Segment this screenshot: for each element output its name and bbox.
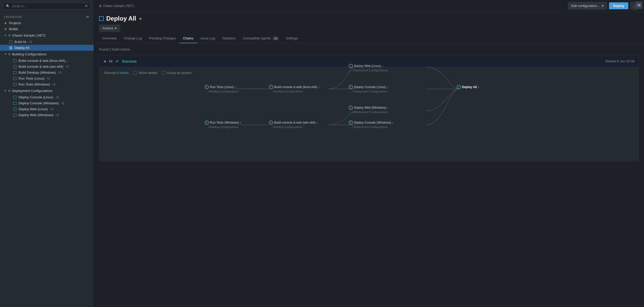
node-build-linux: ✓ Build console & web (linux-x64) ↓ ... … <box>269 85 320 93</box>
chevron-down-icon: ▾ <box>115 26 117 30</box>
deployment-configs-header[interactable]: ▼ ⊞ Deployment Configurations <box>0 87 94 94</box>
build-config-icon <box>13 59 16 62</box>
success-check-icon: ✓ <box>349 106 353 110</box>
sidebar-item-bc5[interactable]: Run Tests (Windows) +2 <box>0 81 94 87</box>
node-deploy-web-windows: ✓ Deploy Web (Windows) ↓ ... / Deploymen… <box>349 106 388 114</box>
node-build-linux-title[interactable]: ✓ Build console & web (linux-x64) ↓ <box>269 85 320 89</box>
build-config-icon <box>13 83 16 86</box>
top-actions: Edit configuration... ▾ Deploy ... <box>568 2 639 10</box>
deploy-button[interactable]: Deploy <box>609 2 628 9</box>
node-deploy-console-linux: ✓ Deploy Console (Linux) ↓ ... / Deploym… <box>349 85 388 93</box>
tab-statistics[interactable]: Statistics <box>219 34 239 43</box>
node-deploy-web-windows-title[interactable]: ✓ Deploy Web (Windows) ↓ <box>349 106 388 110</box>
node-build-windows: ✓ Build console & web (win-x64) ↓ ... / … <box>269 121 318 129</box>
sidebar-item-deploy-all[interactable]: Deploy All <box>0 45 94 51</box>
reused-count-link[interactable]: 6 builds <box>117 71 128 75</box>
node-deploy-console-windows: ✓ Deploy Console (Windows) ↓ ... / Deplo… <box>349 121 393 129</box>
success-icon: ✔ <box>115 59 119 64</box>
search-icon: 🔍 <box>6 4 10 8</box>
sidebar-item-projects[interactable]: ★ Projects <box>0 20 94 26</box>
sidebar-item-builds[interactable]: ★ Builds <box>0 26 94 32</box>
search-input-wrap[interactable]: 🔍 ⌘ <box>3 3 91 10</box>
sidebar-item-dc2[interactable]: Deploy Console (Windows) +2 <box>0 100 94 106</box>
node-deploy-console-linux-title[interactable]: ✓ Deploy Console (Linux) ↓ <box>349 85 388 89</box>
sidebar-item-dc3[interactable]: Deploy Web (Linux) +2 <box>0 106 94 112</box>
tab-pending[interactable]: Pending Changes <box>146 34 179 43</box>
deploy-config-icon <box>13 102 16 105</box>
node-run-tests-windows: ✓ Run Tests (Windows) ↓ ... / Building C… <box>205 121 241 129</box>
chain-started: Started 6 Jun 20:36 <box>605 59 634 63</box>
node-deploy-all-title[interactable]: ✓ Deploy All ↓ <box>457 85 479 89</box>
tab-overview[interactable]: Overview <box>99 34 120 43</box>
node-run-tests-linux-title[interactable]: ✓ Run Tests (Linux) ↓ <box>205 85 238 89</box>
tab-changelog[interactable]: Change Log <box>120 34 146 43</box>
search-input[interactable] <box>12 4 83 8</box>
page-header: Deploy All ★ Actions ▾ <box>94 12 644 32</box>
tabs: Overview Change Log Pending Changes Chai… <box>94 34 644 43</box>
grid-icon: ⊞ <box>99 4 102 8</box>
sidebar-item-dc4[interactable]: Deploy Web (Windows) +2 <box>0 112 94 118</box>
success-check-icon: ✓ <box>349 85 353 89</box>
build-config-icon <box>9 40 12 44</box>
chevron-down-icon: ▼ <box>4 34 7 37</box>
edit-favorites-icon[interactable]: ✏ <box>86 15 90 19</box>
success-check-icon: ✓ <box>457 85 461 89</box>
page-title-row: Deploy All ★ <box>99 15 639 22</box>
node-deploy-all: ✓ Deploy All ↓ <box>457 85 479 89</box>
success-check-icon: ✓ <box>205 85 209 89</box>
project-section-header[interactable]: ▼ ⊞ Chains Sample (.NET) <box>0 32 94 39</box>
sidebar: 🔍 ⌘ FAVORITES ✏ ★ Projects ★ Builds ▼ ⊞ … <box>0 0 94 307</box>
tab-issuelog[interactable]: Issue Log <box>197 34 219 43</box>
star-icon: ★ <box>4 21 7 25</box>
favorites-label: FAVORITES ✏ <box>0 12 94 20</box>
show-details-toggle[interactable]: Show details <box>133 71 158 75</box>
build-config-icon <box>13 71 16 74</box>
node-deploy-web-linux: ✓ Deploy Web (Linux) ↓ ... / Deployment … <box>349 64 388 72</box>
top-bar: ⊞ Chains Sample (.NET) Edit configuratio… <box>94 0 644 12</box>
search-shortcut: ⌘ <box>85 4 88 8</box>
node-run-tests-linux: ✓ Run Tests (Linux) ↓ ... / Building Con… <box>205 85 238 93</box>
sidebar-item-bc1[interactable]: Build console & web (linux-x64)... <box>0 58 94 64</box>
sidebar-item-bc4[interactable]: Run Tests (Linux) +2 <box>0 75 94 81</box>
build-config-icon <box>9 46 12 49</box>
favorite-star-icon[interactable]: ★ <box>139 16 142 21</box>
actions-button[interactable]: Actions ▾ <box>99 25 120 32</box>
corner-logo: JB <box>635 2 642 9</box>
success-check-icon: ✓ <box>269 121 273 125</box>
chevron-down-icon: ▼ <box>4 89 7 92</box>
sidebar-item-bc2[interactable]: Build console & web (win-x64) +2 <box>0 64 94 70</box>
content-area: Found 2 build chains. ◀ #2 ✔ Success Sta… <box>94 43 644 307</box>
star-icon: ★ <box>4 27 7 31</box>
tab-chains[interactable]: Chains <box>179 34 197 43</box>
chain-card: ◀ #2 ✔ Success Started 6 Jun 20:36 Reuse… <box>99 55 639 161</box>
grid-icon: ⊞ <box>8 53 11 56</box>
node-deploy-web-linux-title[interactable]: ✓ Deploy Web (Linux) ↓ <box>349 64 388 68</box>
success-check-icon: ✓ <box>349 121 353 125</box>
found-label: Found 2 build chains. <box>99 47 639 51</box>
edit-configuration-button[interactable]: Edit configuration... ▾ <box>568 2 607 10</box>
grid-icon: ⊞ <box>8 89 11 92</box>
node-deploy-console-windows-title[interactable]: ✓ Deploy Console (Windows) ↓ <box>349 121 393 125</box>
chain-diagram: ✓ Run Tests (Linux) ↓ ... / Building Con… <box>104 80 633 157</box>
build-config-icon <box>13 77 16 80</box>
node-run-tests-windows-title[interactable]: ✓ Run Tests (Windows) ↓ <box>205 121 241 125</box>
building-configs-header[interactable]: ▼ ⊞ Building Configurations <box>0 51 94 58</box>
grid-icon: ⊞ <box>8 34 11 37</box>
chain-toggle-icon[interactable]: ◀ <box>103 59 106 63</box>
show-details-checkbox[interactable] <box>133 71 137 75</box>
deploy-all-icon <box>99 16 104 21</box>
success-check-icon: ✓ <box>269 85 273 89</box>
node-build-windows-title[interactable]: ✓ Build console & web (win-x64) ↓ <box>269 121 318 125</box>
sidebar-item-dc1[interactable]: Deploy Console (Linux) +2 <box>0 94 94 100</box>
deploy-config-icon <box>13 114 16 117</box>
sidebar-item-build-all[interactable]: Build All +2 <box>0 39 94 45</box>
success-check-icon: ✓ <box>205 121 209 125</box>
tab-settings[interactable]: Settings <box>282 34 301 43</box>
group-by-checkbox[interactable] <box>162 71 165 75</box>
sidebar-item-bc3[interactable]: Build Desktop (Windows) +2 <box>0 70 94 75</box>
breadcrumb: ⊞ Chains Sample (.NET) <box>99 4 134 8</box>
group-by-project-toggle[interactable]: Group by project <box>162 71 192 75</box>
page-title: Deploy All <box>106 15 136 22</box>
build-config-icon <box>13 65 16 68</box>
tab-agents[interactable]: Compatible Agents 20 <box>239 34 282 43</box>
